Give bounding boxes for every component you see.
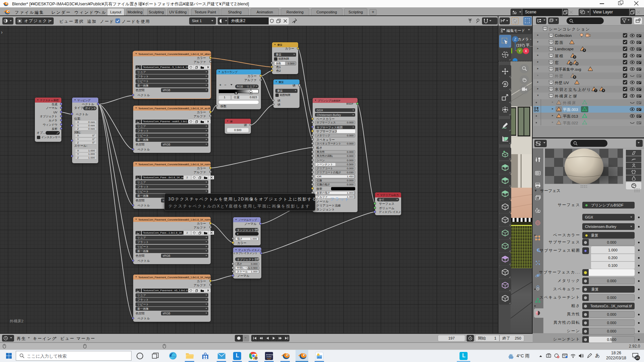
svg-text:X: X [525,49,527,53]
svg-text:Y: Y [519,49,521,53]
svg-text:Z: Z [514,37,517,41]
